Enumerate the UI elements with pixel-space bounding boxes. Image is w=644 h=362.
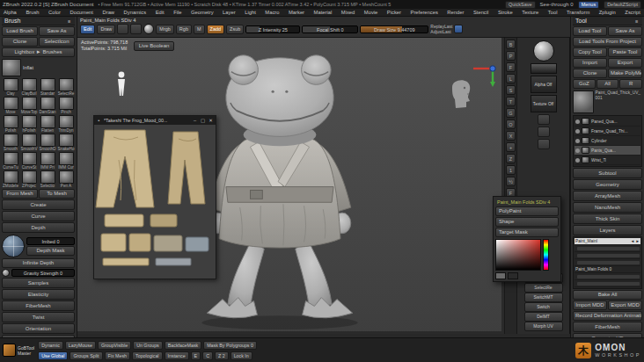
- transparency-icon[interactable]: T: [506, 97, 516, 106]
- rgb-toggle[interactable]: Rgb: [176, 25, 192, 34]
- shelf-plugin-button[interactable]: SelectRe: [524, 283, 563, 293]
- brush-section-header[interactable]: Orientation: [2, 323, 75, 334]
- menu-item[interactable]: Material: [314, 10, 333, 15]
- tool-section-header[interactable]: FiberMesh: [573, 322, 642, 332]
- brush-thumbnail[interactable]: [22, 78, 37, 91]
- shelf-plugin-button[interactable]: Switch: [524, 302, 563, 312]
- subtool-item[interactable]: Wrist_Ti: [574, 156, 640, 165]
- brush-thumbnail[interactable]: [59, 170, 74, 184]
- brush-mesh-button[interactable]: To Mesh: [39, 189, 75, 199]
- brush-section-header[interactable]: Elasticity: [2, 289, 75, 300]
- xpose-icon[interactable]: X: [506, 131, 516, 141]
- bottom-shelf-button[interactable]: Dynamic: [38, 341, 63, 350]
- menus-button[interactable]: Menus: [578, 1, 600, 9]
- quicksave-button[interactable]: QuickSave: [505, 1, 536, 9]
- layer-intensity-bar[interactable]: [577, 247, 640, 250]
- bottom-shelf-button[interactable]: C: [202, 351, 213, 360]
- popup-menu-item[interactable]: Target Mask: [495, 228, 559, 237]
- bottom-shelf-button[interactable]: Lock In: [231, 351, 252, 360]
- brush-section-header[interactable]: FiberMesh: [2, 300, 75, 311]
- brush-thumbnail[interactable]: [40, 134, 55, 147]
- stroke-type-icon[interactable]: [117, 24, 128, 34]
- m-toggle[interactable]: M: [194, 25, 205, 34]
- layer-intensity-bar[interactable]: [577, 275, 640, 279]
- menu-item[interactable]: Document: [70, 10, 93, 15]
- brush-thumbnail[interactable]: [40, 115, 55, 128]
- visibility-eye-icon[interactable]: [575, 148, 580, 153]
- tool-action-button[interactable]: Paste Tool: [608, 47, 642, 57]
- brush-thumbnail[interactable]: [4, 170, 18, 184]
- brush-item[interactable]: TrimDyn: [57, 115, 75, 133]
- brush-item[interactable]: Pinch: [57, 97, 75, 114]
- brush-item[interactable]: Move: [2, 97, 19, 114]
- brush-thumbnail[interactable]: [4, 78, 18, 91]
- subtool-thumbnail[interactable]: [582, 127, 589, 134]
- brush-item[interactable]: Smooth: [2, 134, 19, 151]
- layer-item[interactable]: Paint_Main Folds 0: [574, 266, 640, 273]
- visibility-eye-icon[interactable]: [575, 139, 580, 143]
- brush-item[interactable]: IMM Pri: [39, 152, 56, 170]
- stroke-icon[interactable]: [538, 127, 550, 137]
- brush-item[interactable]: DamStan: [39, 97, 56, 114]
- brush-thumbnail[interactable]: [40, 78, 55, 91]
- hue-bar[interactable]: [543, 239, 549, 271]
- subtool-item[interactable]: Paned_Qua...: [574, 117, 640, 127]
- subtool-item[interactable]: Frame_Quad_Thi...: [574, 127, 640, 136]
- layer-intensity-bar[interactable]: [577, 254, 640, 257]
- menu-item[interactable]: Macro: [265, 10, 279, 15]
- brush-thumbnail[interactable]: [59, 152, 74, 165]
- bottom-shelf-button[interactable]: BackfaceMask: [165, 341, 201, 350]
- bottom-shelf-button[interactable]: Mask By Polygroups 0: [203, 341, 257, 350]
- menu-item[interactable]: Marker: [289, 10, 304, 15]
- brush-thumbnail[interactable]: [40, 170, 55, 184]
- layer-item[interactable]: [574, 273, 640, 280]
- brush-item[interactable]: Polish: [2, 115, 19, 133]
- brush-thumbnail[interactable]: [59, 134, 74, 147]
- alpha-selector-icon[interactable]: [130, 24, 142, 34]
- tool-section-header[interactable]: Subtool: [573, 168, 642, 178]
- tool-action-button[interactable]: Copy Tool: [573, 47, 607, 57]
- bpr-render-icon[interactable]: B: [506, 40, 516, 49]
- brush-section-header[interactable]: Create: [2, 199, 75, 210]
- imbed-slider[interactable]: Imbed 0: [26, 237, 75, 245]
- layer-item[interactable]: [574, 245, 640, 252]
- menu-item[interactable]: Light: [245, 10, 256, 15]
- subtool-thumbnail[interactable]: [582, 137, 589, 144]
- brush-section-header[interactable]: Curve: [2, 211, 75, 221]
- menu-item[interactable]: Edit: [156, 10, 165, 15]
- menu-item[interactable]: Stroke: [498, 10, 513, 15]
- brush-thumbnail[interactable]: [40, 97, 55, 110]
- popup-menu-item[interactable]: Shape: [495, 217, 559, 227]
- tool-action-button[interactable]: GoZ: [573, 79, 596, 89]
- z-intensity-slider[interactable]: Z Intensity 25: [245, 25, 300, 33]
- brush-item[interactable]: Flatten: [39, 115, 56, 133]
- layer-intensity-bar[interactable]: [577, 282, 640, 286]
- brush-item[interactable]: Standar: [39, 78, 56, 96]
- transform-gizmo[interactable]: [472, 61, 505, 87]
- brush-item[interactable]: SmoothV: [20, 134, 38, 151]
- pin-icon[interactable]: ▪: [96, 118, 102, 123]
- focal-shift-slider[interactable]: Focal Shift 0: [302, 25, 358, 33]
- brush-action-button[interactable]: SelectIcon: [39, 37, 75, 47]
- brush-item[interactable]: ZProjec: [20, 170, 38, 188]
- canvas-vertical-scrollbar[interactable]: [501, 38, 504, 334]
- edit-mode-button[interactable]: Edit: [80, 25, 95, 34]
- maximize-icon[interactable]: ▢: [200, 118, 206, 123]
- menu-item[interactable]: Color: [48, 10, 61, 15]
- bottom-shelf-button[interactable]: Un Groups: [133, 341, 163, 350]
- subtool-item[interactable]: Pants_Qua...: [574, 146, 640, 156]
- layer-context-popup[interactable]: Paint_Main Folds SDiv 4 PolyPaintShapeTa…: [493, 196, 561, 282]
- brush-action-button[interactable]: Save As: [39, 26, 75, 36]
- menu-item[interactable]: Zscript: [625, 10, 640, 15]
- brush-thumbnail[interactable]: [22, 170, 37, 184]
- tool-action-button[interactable]: Export: [608, 58, 642, 68]
- brush-item[interactable]: Pen A: [57, 170, 75, 188]
- menu-item[interactable]: File: [173, 10, 181, 15]
- mrgb-toggle[interactable]: Mrgb: [156, 25, 174, 34]
- zoom-canvas-icon[interactable]: Z: [506, 154, 516, 163]
- menu-item[interactable]: Geometry: [191, 10, 213, 15]
- see-through-slider[interactable]: See-through 0: [540, 2, 574, 7]
- menu-item[interactable]: Alpha: [4, 10, 17, 15]
- menu-item[interactable]: Picker: [387, 10, 401, 15]
- menu-item[interactable]: Movie: [364, 10, 377, 15]
